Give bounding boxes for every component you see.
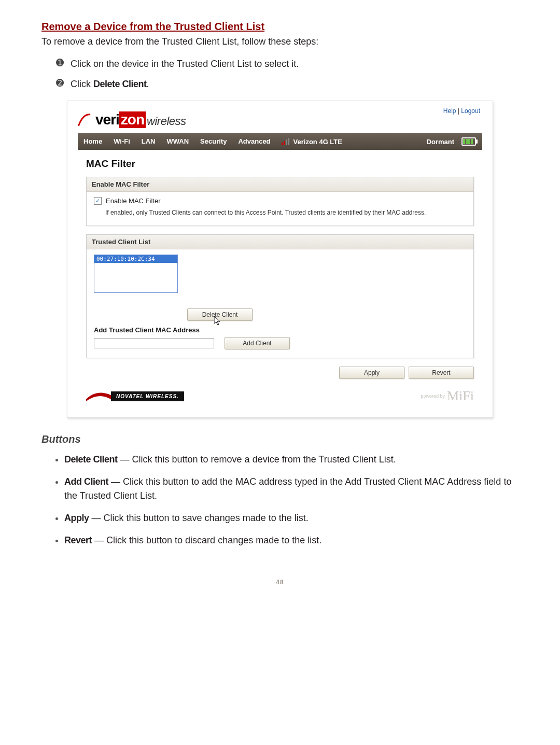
help-link[interactable]: Help <box>443 107 456 115</box>
connection-state: Dormant <box>427 138 454 146</box>
nav-home[interactable]: Home <box>78 133 108 150</box>
bullet-3-desc: — Click this button to save changes made… <box>89 513 309 523</box>
top-links-sep: | <box>456 107 461 115</box>
intro-text: To remove a device from the Trusted Clie… <box>41 35 519 49</box>
action-row: Apply Revert <box>86 367 474 379</box>
logo-text-wireless: wireless <box>147 115 186 128</box>
trusted-client-panel: Trusted Client List 00:27:10:10:2C:34 De… <box>86 234 474 358</box>
nav-security[interactable]: Security <box>194 133 232 150</box>
nav-advanced[interactable]: Advanced <box>232 133 276 150</box>
logo-text-veri: veri <box>95 111 119 128</box>
step-2: ➋ Click Delete Client. <box>56 77 519 91</box>
section-heading: Remove a Device from the Trusted Client … <box>41 21 519 33</box>
page-number: 48 <box>41 579 519 586</box>
svg-marker-0 <box>214 316 220 325</box>
novatel-logo: NOVATEL WIRELESS. <box>86 390 184 402</box>
step-list: ➊ Click on the device in the Trusted Cli… <box>56 57 519 91</box>
footer: NOVATEL WIRELESS. powered by MiFi <box>86 388 474 404</box>
powered-by-text: powered by <box>421 393 445 399</box>
step-2-text: Click Delete Client. <box>71 77 149 91</box>
bullet-3-name: Apply <box>64 513 89 523</box>
novatel-swoosh-icon <box>86 390 111 402</box>
battery-icon <box>461 137 476 146</box>
trusted-client-head: Trusted Client List <box>87 235 473 249</box>
trusted-client-item-selected[interactable]: 00:27:10:10:2C:34 <box>94 255 177 263</box>
trusted-client-listbox[interactable]: 00:27:10:10:2C:34 <box>94 255 178 293</box>
step-1-number: ➊ <box>56 57 71 68</box>
add-mac-input[interactable] <box>94 338 214 348</box>
step-2-number: ➋ <box>56 77 71 89</box>
bullet-2-name: Add Client <box>64 476 108 487</box>
bullet-revert: Revert — Click this button to discard ch… <box>64 533 519 547</box>
add-client-button[interactable]: Add Client <box>225 337 290 349</box>
page-title: MAC Filter <box>86 158 474 170</box>
novatel-text: NOVATEL WIRELESS. <box>111 391 184 401</box>
bullet-4-name: Revert <box>64 535 92 545</box>
carrier-text: Verizon 4G LTE <box>293 138 342 146</box>
mifi-text: MiFi <box>447 388 474 404</box>
apply-button[interactable]: Apply <box>339 367 404 379</box>
bullet-add-client: Add Client — Click this button to add th… <box>64 475 519 503</box>
nav-wwan[interactable]: WWAN <box>161 133 195 150</box>
step-1: ➊ Click on the device in the Trusted Cli… <box>56 57 519 71</box>
nav-wifi[interactable]: Wi-Fi <box>108 133 136 150</box>
revert-button[interactable]: Revert <box>409 367 474 379</box>
cursor-icon <box>214 316 222 327</box>
buttons-heading: Buttons <box>41 433 519 445</box>
step-2-bold: Delete Client <box>93 79 147 89</box>
bullet-4-desc: — Click this button to discard changes m… <box>92 535 321 545</box>
enable-mac-filter-checkbox[interactable]: ✓ <box>94 197 102 205</box>
enable-mac-filter-panel: Enable MAC Filter ✓ Enable MAC Filter If… <box>86 177 474 226</box>
logo-text-zon: zon <box>119 111 146 128</box>
step-2-suffix: . <box>147 79 149 89</box>
buttons-bullet-list: Delete Client — Click this button to rem… <box>64 453 519 547</box>
delete-client-button-wrap: Delete Client <box>187 308 253 321</box>
app-screenshot: Help | Logout verizonwireless Home Wi-Fi… <box>67 101 493 418</box>
logout-link[interactable]: Logout <box>461 107 480 115</box>
enable-mac-filter-head: Enable MAC Filter <box>87 177 473 192</box>
logo: verizonwireless <box>78 111 482 128</box>
step-2-prefix: Click <box>71 79 93 89</box>
bullet-delete-client: Delete Client — Click this button to rem… <box>64 453 519 467</box>
enable-mac-filter-desc: If enabled, only Trusted Clients can con… <box>105 208 466 217</box>
bullet-apply: Apply — Click this button to save change… <box>64 511 519 525</box>
enable-mac-filter-label: Enable MAC Filter <box>106 197 160 205</box>
logo-swoosh-icon <box>78 111 97 128</box>
navbar: Home Wi-Fi LAN WWAN Security Advanced Ve… <box>78 133 482 150</box>
bullet-2-desc: — Click this button to add the MAC addre… <box>64 476 511 501</box>
bullet-1-name: Delete Client <box>64 454 118 465</box>
add-trusted-client-label: Add Trusted Client MAC Address <box>94 326 466 334</box>
bullet-1-desc: — Click this button to remove a device f… <box>118 454 396 465</box>
nav-lan[interactable]: LAN <box>136 133 161 150</box>
step-1-text: Click on the device in the Trusted Clien… <box>71 57 299 71</box>
mifi-logo: powered by MiFi <box>421 388 474 404</box>
signal-icon <box>282 138 289 145</box>
